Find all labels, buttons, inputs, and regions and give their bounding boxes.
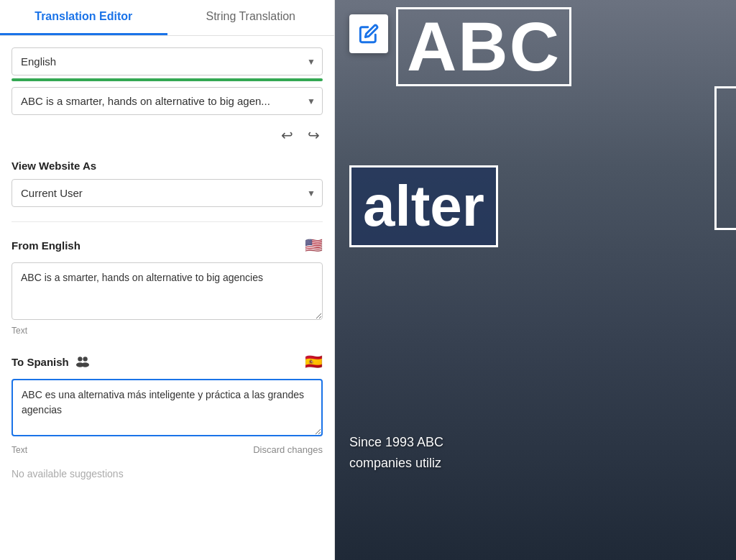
view-website-as-label: View Website As [12, 160, 323, 172]
tab-string-translation[interactable]: String Translation [167, 0, 335, 35]
to-label: To Spanish [12, 355, 91, 368]
string-select-wrapper: ABC is a smarter, hands on alternative t… [12, 87, 323, 115]
to-text-area[interactable] [12, 379, 323, 436]
language-select-wrapper: English Spanish French German ▼ [12, 47, 323, 75]
language-select[interactable]: English Spanish French German [12, 47, 323, 75]
tab-translation-editor[interactable]: Translation Editor [0, 0, 167, 35]
right-partial-box [714, 86, 736, 230]
from-flag: 🇺🇸 [305, 237, 323, 254]
translation-section: From English 🇺🇸 Text To Spanish [12, 237, 323, 491]
redo-button[interactable]: ↪ [305, 125, 323, 145]
panel-body: English Spanish French German ▼ ABC is a… [0, 36, 334, 560]
no-suggestions-label: No available suggestions [12, 468, 323, 491]
from-text-area[interactable] [12, 262, 323, 320]
website-background: ABC alter Since 1993 ABC companies utili… [335, 0, 736, 560]
svg-point-0 [78, 357, 82, 361]
pencil-icon [359, 24, 379, 44]
from-label: From English [12, 239, 80, 252]
bottom-text: Since 1993 ABC companies utiliz [349, 432, 443, 474]
from-field-type: Text [12, 326, 323, 336]
tab-bar: Translation Editor String Translation [0, 0, 334, 36]
svg-point-2 [83, 357, 87, 361]
left-panel: Translation Editor String Translation En… [0, 0, 335, 560]
to-field-type: Text [12, 445, 27, 455]
abc-text: ABC [396, 7, 571, 86]
edit-icon-box[interactable] [349, 14, 388, 53]
discard-changes-link[interactable]: Discard changes [253, 444, 323, 455]
alter-text: alter [349, 165, 498, 247]
svg-point-3 [81, 362, 89, 367]
from-header: From English 🇺🇸 [12, 237, 323, 254]
language-progress-bar [12, 78, 323, 81]
view-as-select[interactable]: Current User Guest Admin [12, 179, 323, 207]
to-flag: 🇪🇸 [305, 353, 323, 370]
to-header: To Spanish 🇪🇸 [12, 353, 323, 370]
undo-redo-row: ↩ ↪ [12, 125, 323, 145]
string-select[interactable]: ABC is a smarter, hands on alternative t… [12, 87, 323, 115]
divider-1 [12, 221, 323, 222]
undo-button[interactable]: ↩ [278, 125, 296, 145]
view-as-select-wrapper: Current User Guest Admin ▼ [12, 179, 323, 207]
discard-row: Text Discard changes [12, 444, 323, 455]
users-icon [75, 355, 91, 368]
right-panel: ABC alter Since 1993 ABC companies utili… [335, 0, 736, 560]
